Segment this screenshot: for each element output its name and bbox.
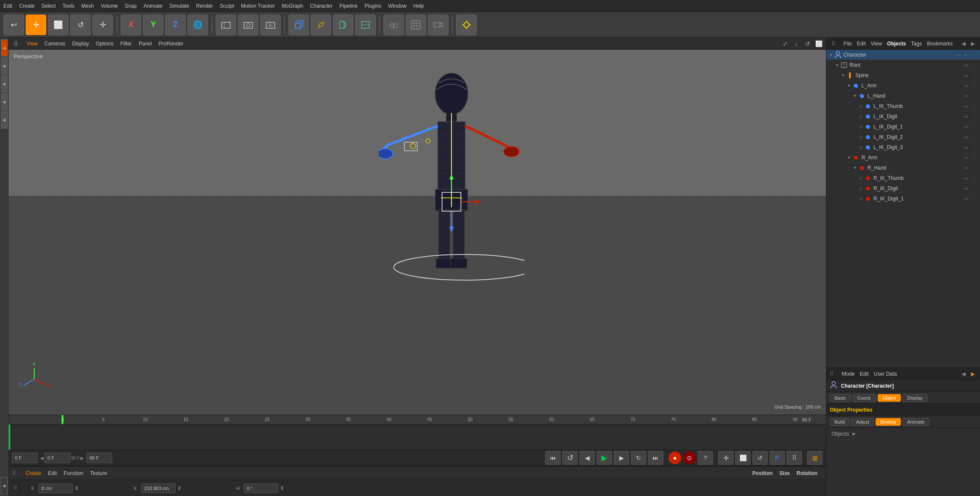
viewport-refresh-icon[interactable]: ↺ [804,40,811,48]
tool-sculpt-brush[interactable] [383,15,404,35]
btn-play[interactable]: ▶ [597,451,612,465]
bottom-tab-function[interactable]: Function [64,470,83,476]
tree-vis-l-ik-thumb[interactable]: ▭ [963,103,969,109]
menu-render[interactable]: Render [196,3,213,9]
obj-sub-tab-binding[interactable]: Binding [876,418,901,426]
viewport-3d[interactable]: Perspective [9,50,826,415]
menu-motion-tracker[interactable]: Motion Tracker [241,3,275,9]
obj-sub-tab-build[interactable]: Build [830,418,849,426]
size-x-input[interactable]: 233.903 cm [141,484,175,493]
viewport-tab-cameras[interactable]: Cameras [45,41,65,47]
tree-expand-spine[interactable]: ▼ [840,72,846,78]
menu-window[interactable]: Window [388,3,407,9]
timeline-track[interactable] [9,424,826,450]
tree-expand-l-hand[interactable]: ▼ [852,93,858,99]
tree-dots-l-ik-thumb[interactable]: ⋮ [971,103,977,109]
tool-undo[interactable]: ↩ [3,15,24,35]
tool-cube[interactable] [288,15,309,35]
tree-vis-character[interactable]: ▭ [955,52,961,58]
viewport-tab-panel[interactable]: Panel [139,41,152,47]
size-x-arrow[interactable]: ⇕ [177,485,181,491]
obj-sub-tab-adjust[interactable]: Adjust [851,418,874,426]
tree-dots-l-hand[interactable]: ⋮ [971,93,977,99]
menu-volume[interactable]: Volume [101,3,118,9]
tree-vis-root[interactable]: ▭ [963,62,969,68]
tree-expand-l-ik-digit-1[interactable]: ▷ [858,124,864,130]
tree-item-r-hand[interactable]: ▼ R_Hand ▭ ⋮ [826,163,980,173]
tree-item-spine[interactable]: ▼ Spine ▭ ⋮ [826,70,980,81]
tree-expand-r-arm[interactable]: ▼ [846,155,852,161]
menu-character[interactable]: Character [310,3,333,9]
props-tab-edit[interactable]: Edit [860,371,869,377]
preview-end-input[interactable] [86,453,112,463]
tree-dots-r-hand[interactable]: ⋮ [971,165,977,171]
tree-dots-character[interactable]: ⋮ [971,52,977,58]
btn-powertracks[interactable]: P [769,451,785,465]
tree-vis-r-ik-digit[interactable]: ▭ [963,185,969,191]
tree-vis-l-ik-digit[interactable]: ▭ [963,114,969,120]
btn-help[interactable]: ? [698,451,713,465]
props-arrow-right[interactable]: ▶ [969,370,977,378]
tree-dots-l-ik-digit-1[interactable]: ⋮ [971,124,977,130]
tree-vis-l-ik-digit-3[interactable]: ▭ [963,144,969,150]
viewport-fullscreen-icon[interactable]: ⬜ [815,40,823,48]
menu-plugins[interactable]: Plugins [365,3,381,9]
tree-item-r-ik-digit[interactable]: ▷ R_IK_Digit ▭ ⋮ [826,183,980,194]
tree-vis-spine[interactable]: ▭ [963,72,969,78]
tree-item-l-ik-digit-1[interactable]: ▷ L_IK_Digit_1 ▭ ⋮ [826,122,980,132]
menu-create[interactable]: Create [19,3,35,9]
tree-item-l-ik-digit-2[interactable]: ▷ L_IK_Digit_2 ▭ ⋮ [826,132,980,142]
tree-expand-l-ik-digit[interactable]: ▷ [858,114,864,120]
menu-simulate[interactable]: Simulate [169,3,190,9]
props-tab-mode[interactable]: Mode [842,371,855,377]
viewport-down-icon[interactable]: ↓ [793,40,800,48]
btn-move-keys[interactable]: ✛ [718,451,734,465]
menu-help[interactable]: Help [413,3,424,9]
btn-next-frame[interactable]: ▶ [614,451,629,465]
tree-vis-r-arm[interactable]: ▭ [963,155,969,161]
sidebar-btn-1[interactable]: ◀ [1,39,8,57]
prop-tab-coord[interactable]: Coord. [852,394,876,402]
bottom-tab-edit[interactable]: Edit [48,470,57,476]
object-tree[interactable]: ▼ Character ▭ ✓ ⋮ ▼ [826,50,980,368]
rp-tab-bookmarks[interactable]: Bookmarks [927,41,953,47]
tree-vis-l-hand[interactable]: ▭ [963,93,969,99]
tree-item-l-ik-digit-3[interactable]: ▷ L_IK_Digit_3 ▭ ⋮ [826,142,980,152]
tree-item-l-ik-digit[interactable]: ▷ L_IK_Digit ▭ ⋮ [826,111,980,122]
rot-h-input[interactable]: 0 ° [244,484,278,493]
sidebar-btn-4[interactable]: ◀ [1,93,8,111]
tree-expand-l-arm[interactable]: ▼ [846,83,852,89]
viewport-tab-options[interactable]: Options [96,41,113,47]
tree-dots-l-ik-digit-3[interactable]: ⋮ [971,144,977,150]
pos-x-input[interactable]: 0 cm [39,484,73,493]
sidebar-btn-5[interactable]: ◀ [1,111,8,128]
menu-select[interactable]: Select [42,3,56,9]
menu-pipeline[interactable]: Pipeline [339,3,358,9]
tool-render-settings[interactable] [260,15,281,35]
tool-pen[interactable] [311,15,331,35]
menu-snap[interactable]: Snap [125,3,137,9]
tool-move[interactable]: ✛ [26,15,46,35]
tree-item-l-ik-thumb[interactable]: ▷ L_IK_Thumb ▭ ⋮ [826,101,980,111]
tree-item-l-hand[interactable]: ▼ L_Hand ▭ ⋮ [826,91,980,101]
tree-dots-r-ik-digit[interactable]: ⋮ [971,185,977,191]
pos-x-arrow[interactable]: ⇕ [74,485,79,491]
rp-tab-edit[interactable]: Edit [857,41,866,47]
tree-dots-l-ik-digit[interactable]: ⋮ [971,114,977,120]
tool-render-region[interactable] [216,15,236,35]
tool-scale[interactable]: ✛ [92,15,113,35]
tree-item-character[interactable]: ▼ Character ▭ ✓ ⋮ [826,50,980,60]
tree-item-r-arm[interactable]: ▼ R_Arm ▭ ⋮ [826,152,980,163]
tree-item-r-ik-digit-1[interactable]: ▷ R_IK_Digit_1 ▭ ⋮ [826,194,980,204]
sidebar-btn-2[interactable]: ◀ [1,57,8,75]
tree-expand-character[interactable]: ▼ [828,52,834,58]
btn-key-loop[interactable]: ↺ [752,451,768,465]
tool-bones[interactable] [355,15,376,35]
viewport-move-icon[interactable]: ⤢ [781,40,789,48]
tree-vis-r-ik-thumb[interactable]: ▭ [963,175,969,181]
viewport-tab-filter[interactable]: Filter [120,41,132,47]
tree-vis-l-ik-digit-1[interactable]: ▭ [963,124,969,130]
tree-expand-root[interactable]: ▼ [834,62,840,68]
tree-item-l-arm[interactable]: ▼ L_Arm ▭ ⋮ [826,81,980,91]
sidebar-btn-6[interactable]: ◀ [1,477,8,494]
